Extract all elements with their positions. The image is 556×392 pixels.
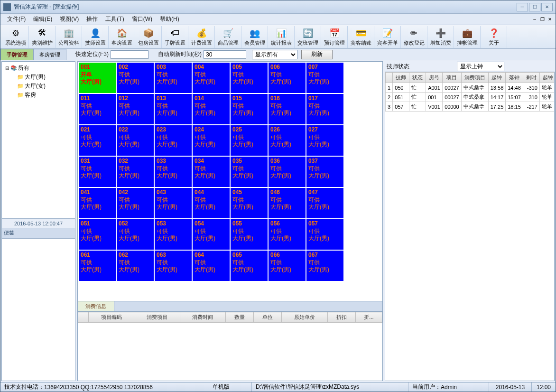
hand-card-014[interactable]: 014可供大厅(男) [193, 94, 230, 124]
toolbar-修改登记[interactable]: ✏修改登记 [401, 26, 427, 48]
toolbar-商品管理[interactable]: 🛒商品管理 [215, 26, 241, 48]
hand-card-043[interactable]: 043可供大厅(男) [155, 188, 192, 218]
toolbar-宾客开单[interactable]: 📝宾客开单 [374, 26, 401, 48]
tech-col[interactable]: 状态 [409, 73, 426, 83]
tech-col[interactable]: 起钟 [488, 73, 506, 83]
show-filter-select[interactable]: 显示所有 [252, 50, 297, 59]
hand-card-027[interactable]: 027可供大厅(男) [306, 125, 343, 156]
tree-root[interactable]: ⊟ 📚 所有 [4, 64, 73, 73]
hand-card-023[interactable]: 023可供大厅(男) [155, 125, 192, 156]
hand-card-035[interactable]: 035可供大厅(男) [231, 157, 268, 187]
close-button[interactable]: ✕ [541, 3, 553, 11]
hand-card-046[interactable]: 046可供大厅(男) [269, 188, 306, 218]
toolbar-会员管理[interactable]: 👥会员管理 [241, 26, 268, 48]
mdi-restore-button[interactable]: ❐ [538, 16, 546, 23]
collapse-icon[interactable]: ⊟ [4, 65, 10, 71]
hand-card-011[interactable]: 011可供大厅(男) [79, 94, 116, 124]
tree-item[interactable]: 📁客房 [4, 91, 73, 100]
hand-card-007[interactable]: 007可供大厅(男) [306, 63, 343, 93]
menu-window[interactable]: 窗口(W) [128, 14, 156, 24]
toolbar-类别维护[interactable]: 🛠类别维护 [29, 26, 56, 48]
hand-card-025[interactable]: 025可供大厅(男) [231, 125, 268, 156]
memo-area[interactable] [2, 238, 75, 381]
tech-col[interactable]: 起钟 [539, 73, 555, 83]
hand-card-054[interactable]: 054可供大厅(男) [193, 219, 230, 250]
hand-card-051[interactable]: 051可供大厅(男) [79, 219, 116, 250]
menu-view[interactable]: 视图(V) [56, 14, 83, 24]
hand-card-021[interactable]: 021可供大厅(男) [79, 125, 116, 156]
hand-card-033[interactable]: 033可供大厅(男) [155, 157, 192, 187]
toolbar-增加消费[interactable]: ➕增加消费 [427, 26, 454, 48]
toolbar-宾客结账[interactable]: 💳宾客结账 [348, 26, 374, 48]
toolbar-技师设置[interactable]: 👤技师设置 [82, 26, 109, 48]
hand-card-034[interactable]: 034可供大厅(男) [193, 157, 230, 187]
hand-card-016[interactable]: 016可供大厅(男) [269, 94, 306, 124]
toolbar-挂帐管理[interactable]: 💼挂帐管理 [454, 26, 481, 48]
tech-col[interactable]: 消费项目 [461, 73, 488, 83]
hand-card-002[interactable]: 002可供大厅(男) [117, 63, 154, 93]
hand-card-067[interactable]: 067可供大厅(男) [306, 251, 343, 281]
tab-hand-manage[interactable]: 手牌管理 [0, 49, 34, 60]
hand-card-065[interactable]: 065可供大厅(男) [231, 251, 268, 281]
hand-card-003[interactable]: 003可供大厅(男) [155, 63, 192, 93]
hand-card-055[interactable]: 055可供大厅(男) [231, 219, 268, 250]
mdi-close-button[interactable]: ✕ [546, 16, 554, 23]
hand-card-056[interactable]: 056可供大厅(男) [269, 219, 306, 250]
hand-card-013[interactable]: 013可供大厅(男) [155, 94, 192, 124]
auto-refresh-input[interactable] [204, 50, 246, 59]
hand-card-042[interactable]: 042可供大厅(男) [117, 188, 154, 218]
tech-col[interactable]: 落钟 [506, 73, 523, 83]
hand-card-052[interactable]: 052可供大厅(男) [117, 219, 154, 250]
hand-card-044[interactable]: 044可供大厅(男) [193, 188, 230, 218]
tree-item[interactable]: 📁大厅(女) [4, 82, 73, 91]
toolbar-交班管理[interactable]: 🔄交班管理 [295, 26, 321, 48]
consume-col[interactable]: 原始单价 [282, 312, 327, 323]
mdi-minimize-button[interactable]: – [531, 16, 538, 23]
toolbar-手牌设置[interactable]: 🏷手牌设置 [162, 26, 188, 48]
hand-card-031[interactable]: 031可供大厅(男) [79, 157, 116, 187]
menu-help[interactable]: 帮助(H) [156, 14, 183, 24]
consume-col[interactable]: 单位 [254, 312, 282, 323]
toolbar-关于[interactable]: ❓关于 [481, 26, 507, 48]
toolbar-计费设置[interactable]: 💰计费设置 [188, 26, 215, 48]
hand-card-045[interactable]: 045可供大厅(男) [231, 188, 268, 218]
toolbar-包房设置[interactable]: 📦包房设置 [135, 26, 162, 48]
tech-col[interactable]: 技师 [393, 73, 409, 83]
tree-item[interactable]: 📁大厅(男) [4, 73, 73, 82]
tech-col[interactable]: 剩时 [523, 73, 539, 83]
consume-col[interactable]: 数量 [226, 312, 254, 323]
menu-edit[interactable]: 编辑(E) [29, 14, 56, 24]
hand-card-006[interactable]: 006可供大厅(男) [269, 63, 306, 93]
hand-card-012[interactable]: 012可供大厅(男) [117, 94, 154, 124]
consume-col[interactable]: 消费项目 [134, 312, 180, 323]
refresh-button[interactable]: 刷新 [301, 50, 333, 59]
menu-tool[interactable]: 工具(T) [102, 14, 128, 24]
hand-card-061[interactable]: 061可供大厅(男) [79, 251, 116, 281]
toolbar-公司资料[interactable]: 🏢公司资料 [56, 26, 82, 48]
hand-card-041[interactable]: 041可供大厅(男) [79, 188, 116, 218]
consume-col[interactable]: 折扣 [327, 312, 355, 323]
hand-card-057[interactable]: 057可供大厅(男) [306, 219, 343, 250]
tab-room-manage[interactable]: 客房管理 [33, 49, 66, 60]
minimize-button[interactable]: ─ [517, 3, 528, 11]
toolbar-统计报表[interactable]: 📊统计报表 [268, 26, 295, 48]
hand-card-015[interactable]: 015可供大厅(男) [231, 94, 268, 124]
tech-row[interactable]: 1050忙A00100027中式桑拿13:5814:48-310轮单 [386, 83, 555, 93]
hand-card-026[interactable]: 026可供大厅(男) [269, 125, 306, 156]
hand-card-004[interactable]: 004可供大厅(男) [193, 63, 230, 93]
consume-col[interactable]: 折... [355, 312, 382, 323]
hand-card-037[interactable]: 037可供大厅(男) [306, 157, 343, 187]
tech-row[interactable]: 2051忙00100027中式桑拿14:1715:07-310轮单 [386, 93, 555, 102]
tech-filter-select[interactable]: 显示上钟 [457, 62, 504, 71]
consume-col[interactable]: 消费时间 [180, 312, 225, 323]
hand-card-001[interactable]: 001开单大厅(男) [79, 63, 116, 93]
hand-card-062[interactable]: 062可供大厅(男) [117, 251, 154, 281]
tab-consume-info[interactable]: 消费信息 [77, 301, 114, 311]
tech-row[interactable]: 3057忙V00100000中式桑拿17:2518:15-217轮单 [386, 102, 555, 112]
maximize-button[interactable]: ☐ [529, 3, 540, 11]
tech-col[interactable]: 房号 [426, 73, 443, 83]
toolbar-系统选项[interactable]: ⚙系统选项 [2, 26, 29, 48]
hand-card-017[interactable]: 017可供大厅(男) [306, 94, 343, 124]
card-grid-scroll[interactable]: 001开单大厅(男)002可供大厅(男)003可供大厅(男)004可供大厅(男)… [77, 61, 383, 301]
hand-card-032[interactable]: 032可供大厅(男) [117, 157, 154, 187]
